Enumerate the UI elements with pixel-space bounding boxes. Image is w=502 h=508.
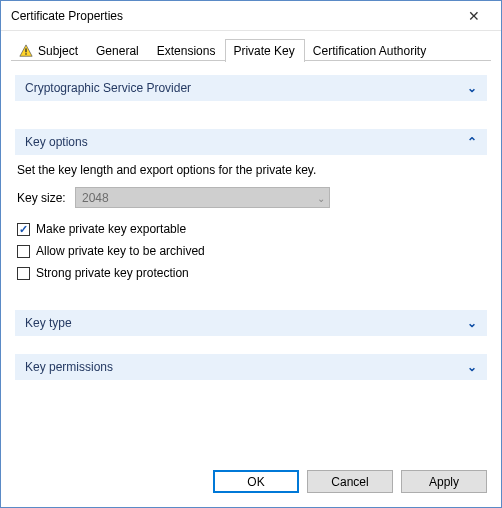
group-title: Key permissions [25, 360, 467, 374]
group-header-key-permissions[interactable]: Key permissions ⌄ [15, 354, 487, 380]
checkbox-label: Strong private key protection [36, 266, 189, 280]
dialog-window: Certificate Properties ✕ Subject General [0, 0, 502, 508]
key-size-value: 2048 [82, 191, 109, 205]
group-header-key-type[interactable]: Key type ⌄ [15, 310, 487, 336]
chevron-down-icon: ⌄ [317, 192, 325, 203]
group-title: Cryptographic Service Provider [25, 81, 467, 95]
titlebar: Certificate Properties ✕ [1, 1, 501, 31]
apply-button[interactable]: Apply [401, 470, 487, 493]
button-label: OK [247, 475, 264, 489]
key-size-row: Key size: 2048 ⌄ [17, 187, 485, 208]
close-icon: ✕ [468, 9, 480, 23]
checkbox-strong-protection[interactable] [17, 267, 30, 280]
tab-label: Extensions [157, 44, 216, 58]
group-title: Key type [25, 316, 467, 330]
warning-icon [19, 44, 33, 58]
button-label: Cancel [331, 475, 368, 489]
cancel-button[interactable]: Cancel [307, 470, 393, 493]
chevron-down-icon: ⌄ [467, 317, 477, 329]
chevron-down-icon: ⌄ [467, 82, 477, 94]
tab-label: Certification Authority [313, 44, 426, 58]
group-description: Set the key length and export options fo… [17, 163, 485, 177]
checkbox-row-exportable[interactable]: Make private key exportable [17, 222, 485, 236]
tab-certification-authority[interactable]: Certification Authority [305, 39, 436, 62]
group-body-key-options: Set the key length and export options fo… [15, 155, 487, 292]
svg-rect-2 [25, 53, 26, 54]
key-size-label: Key size: [17, 191, 67, 205]
ok-button[interactable]: OK [213, 470, 299, 493]
window-title: Certificate Properties [11, 9, 453, 23]
client-area: Subject General Extensions Private Key C… [1, 31, 501, 507]
tab-label: Private Key [233, 44, 294, 58]
button-row: OK Cancel Apply [1, 460, 501, 507]
chevron-down-icon: ⌄ [467, 361, 477, 373]
group-header-csp[interactable]: Cryptographic Service Provider ⌄ [15, 75, 487, 101]
checkbox-row-strong-protection[interactable]: Strong private key protection [17, 266, 485, 280]
group-header-key-options[interactable]: Key options ⌃ [15, 129, 487, 155]
chevron-up-icon: ⌃ [467, 136, 477, 148]
checkbox-row-archive[interactable]: Allow private key to be archived [17, 244, 485, 258]
checkbox-label: Make private key exportable [36, 222, 186, 236]
tab-private-key[interactable]: Private Key [225, 39, 304, 62]
group-title: Key options [25, 135, 467, 149]
svg-rect-1 [25, 48, 26, 52]
checkbox-exportable[interactable] [17, 223, 30, 236]
key-size-select[interactable]: 2048 ⌄ [75, 187, 330, 208]
close-button[interactable]: ✕ [453, 2, 495, 30]
tab-label: General [96, 44, 139, 58]
tab-label: Subject [38, 44, 78, 58]
tab-subject[interactable]: Subject [11, 39, 88, 62]
checkbox-label: Allow private key to be archived [36, 244, 205, 258]
tab-extensions[interactable]: Extensions [149, 39, 226, 62]
tab-content: Cryptographic Service Provider ⌄ Key opt… [1, 61, 501, 460]
button-label: Apply [429, 475, 459, 489]
tab-general[interactable]: General [88, 39, 149, 62]
checkbox-archive[interactable] [17, 245, 30, 258]
tab-strip: Subject General Extensions Private Key C… [1, 31, 501, 61]
